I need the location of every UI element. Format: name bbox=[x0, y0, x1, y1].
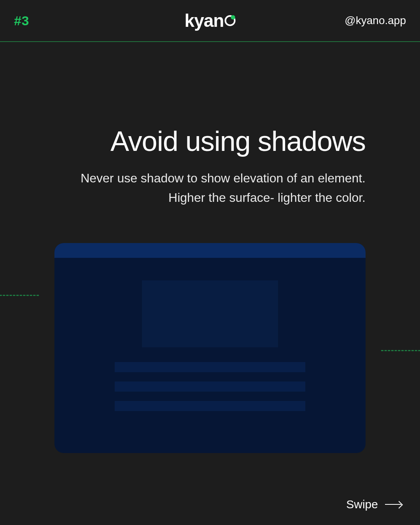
slide-number: #3 bbox=[14, 13, 29, 28]
page-subtitle-line1: Never use shadow to show elevation of an… bbox=[0, 169, 366, 188]
placeholder-image-block bbox=[142, 280, 278, 347]
placeholder-text-line bbox=[115, 382, 305, 392]
guide-dash-left bbox=[0, 295, 39, 296]
page-subtitle-line2: Higher the surface- lighter the color. bbox=[0, 188, 366, 208]
arrow-right-icon bbox=[385, 504, 401, 505]
placeholder-text-line bbox=[115, 401, 305, 411]
swipe-prompt[interactable]: Swipe bbox=[346, 498, 401, 511]
illustration-card bbox=[54, 243, 366, 453]
slide-header: #3 kyan @kyano.app bbox=[0, 0, 420, 42]
card-body bbox=[54, 258, 366, 453]
placeholder-text-line bbox=[115, 362, 305, 372]
page-title: Avoid using shadows bbox=[0, 125, 366, 157]
guide-dash-right bbox=[381, 350, 420, 351]
swipe-label: Swipe bbox=[346, 498, 378, 511]
card-titlebar bbox=[54, 243, 366, 258]
logo-text: kyan bbox=[185, 12, 224, 30]
logo-o-icon bbox=[224, 15, 235, 26]
brand-logo: kyan bbox=[185, 12, 236, 30]
social-handle: @kyano.app bbox=[345, 14, 406, 27]
main-text-block: Avoid using shadows Never use shadow to … bbox=[0, 125, 366, 207]
